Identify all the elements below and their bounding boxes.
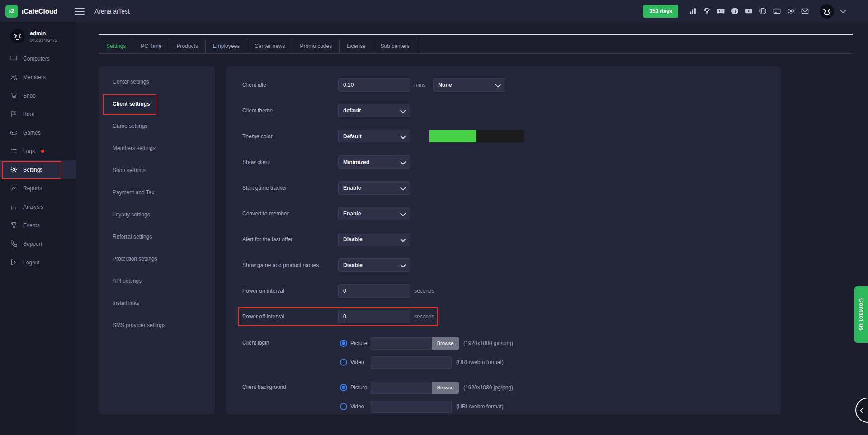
field-label: Client idle [242,82,338,88]
preview-eye-icon[interactable] [787,7,795,15]
subnav-protection-settings[interactable]: Protection settings [99,248,215,270]
theme-color-select[interactable]: Default [338,130,410,143]
alert-last-offer-select[interactable]: Disable [338,233,410,246]
sidebar-item-label: Settings [23,167,42,173]
user-name: admin [30,30,57,37]
client-login-picture-input[interactable] [370,337,432,350]
support-phone-icon [10,240,18,248]
client-login-picture-radio[interactable]: Picture [340,340,370,347]
sidebar-item-settings[interactable]: Settings [0,160,76,179]
brand-name: iCafeCloud [22,7,57,15]
settings-subnav: Center settings Client settings Game set… [99,66,215,415]
icafecloud-logo-icon: i2 [5,5,18,18]
license-days-badge[interactable]: 353 days [643,5,678,18]
sidebar-item-reports[interactable]: Reports [0,179,76,197]
client-login-video-radio[interactable]: Video [340,359,370,366]
client-login-browse-button[interactable]: Browse [432,337,459,350]
trophy-icon[interactable] [703,7,711,15]
tab-license[interactable]: License [339,39,373,53]
client-theme-select[interactable]: default [338,104,410,117]
field-label: Convert to member [242,210,338,217]
sidebar-item-label: Members [23,74,46,80]
subnav-referral-settings[interactable]: Referral settings [99,225,215,248]
radio-unchecked-icon [340,359,347,366]
facebook-icon[interactable]: f [731,7,739,15]
subnav-api-settings[interactable]: API settings [99,270,215,292]
start-game-tracker-select[interactable]: Enable [338,181,410,195]
sidebar-item-computers[interactable]: Computers [0,49,76,68]
sidebar-item-label: Boot [23,111,34,117]
subnav-game-settings[interactable]: Game settings [99,115,215,137]
subnav-shop-settings[interactable]: Shop settings [99,159,215,181]
subnav-members-settings[interactable]: Members settings [99,137,215,159]
client-background-picture-radio[interactable]: Picture [340,384,370,391]
games-gamepad-icon [10,129,18,136]
client-background-video-input[interactable] [370,401,452,413]
youtube-icon[interactable] [745,7,753,15]
brand[interactable]: i2 iCafeCloud [0,5,68,18]
contact-us-tab[interactable]: Contact us [854,286,868,343]
subnav-sms-provider-settings[interactable]: SMS provider settings [99,314,215,336]
client-idle-action-select[interactable]: None [433,78,505,92]
row-show-client: Show client Minimized [242,149,767,175]
row-theme-color: Theme color Default [242,123,767,149]
members-icon [10,73,18,81]
tab-promo-codes[interactable]: Promo codes [292,39,340,53]
tab-pc-time[interactable]: PC Time [133,39,169,53]
sidebar-item-support[interactable]: Support [0,234,76,253]
theme-color-preview [429,130,524,142]
tab-center-news[interactable]: Center news [247,39,292,53]
sidebar-item-label: Support [23,241,42,247]
mail-icon[interactable] [801,7,809,15]
website-globe-icon[interactable] [759,7,767,15]
tab-settings[interactable]: Settings [99,39,133,53]
sidebar-item-boot[interactable]: Boot [0,105,76,123]
tab-sub-centers[interactable]: Sub centers [373,39,417,53]
show-client-select[interactable]: Minimized [338,155,410,169]
sidebar-item-label: Shop [23,93,36,99]
client-background-browse-button[interactable]: Browse [432,382,459,394]
sidebar-user[interactable]: admin 005193482475 [0,22,76,49]
notification-dot [41,150,44,153]
subnav-client-settings[interactable]: Client settings [99,93,215,115]
discord-icon[interactable] [717,7,725,15]
subnav-payment-and-tax[interactable]: Payment and Tax [99,181,215,203]
power-off-interval-input[interactable] [338,310,410,323]
field-label: Power off interval [242,313,338,320]
sidebar-item-games[interactable]: Games [0,123,76,142]
client-idle-input[interactable] [338,78,410,92]
sidebar-item-events[interactable]: Events [0,216,76,234]
analysis-bars-icon [10,203,18,210]
hamburger-menu-icon[interactable] [75,8,85,15]
tab-products[interactable]: Products [169,39,205,53]
sidebar-item-analysis[interactable]: Analysis [0,197,76,216]
billing-card-icon[interactable] [773,7,781,15]
unit-label: seconds [414,288,434,294]
sidebar-item-logs[interactable]: Logs [0,142,76,160]
subnav-install-links[interactable]: Install links [99,292,215,314]
analytics-icon[interactable] [689,7,697,15]
sidebar-item-shop[interactable]: Shop [0,86,76,105]
chevron-down-icon[interactable] [840,8,846,14]
center-title: Arena aiTest [94,8,130,15]
client-background-picture-input[interactable] [370,382,432,394]
sidebar-item-logout[interactable]: Logout [0,253,76,271]
logs-list-icon [10,147,18,155]
client-background-video-radio[interactable]: Video [340,403,370,410]
field-label: Start game tracker [242,185,338,191]
sidebar-item-label: Games [23,130,41,136]
show-game-product-names-select[interactable]: Disable [338,258,410,272]
subnav-loyalty-settings[interactable]: Loyalty settings [99,203,215,225]
tab-employees[interactable]: Employees [205,39,247,53]
shop-cart-icon [10,92,18,99]
subnav-center-settings[interactable]: Center settings [99,70,215,93]
power-on-interval-input[interactable] [338,284,410,298]
convert-to-member-select[interactable]: Enable [338,207,410,220]
client-login-video-input[interactable] [370,356,452,369]
user-id: 005193482475 [30,38,57,42]
unit-label: seconds [414,313,434,320]
logout-icon [10,258,18,266]
user-avatar[interactable] [819,4,835,19]
sidebar-item-label: Computers [23,56,50,62]
sidebar-item-members[interactable]: Members [0,68,76,86]
